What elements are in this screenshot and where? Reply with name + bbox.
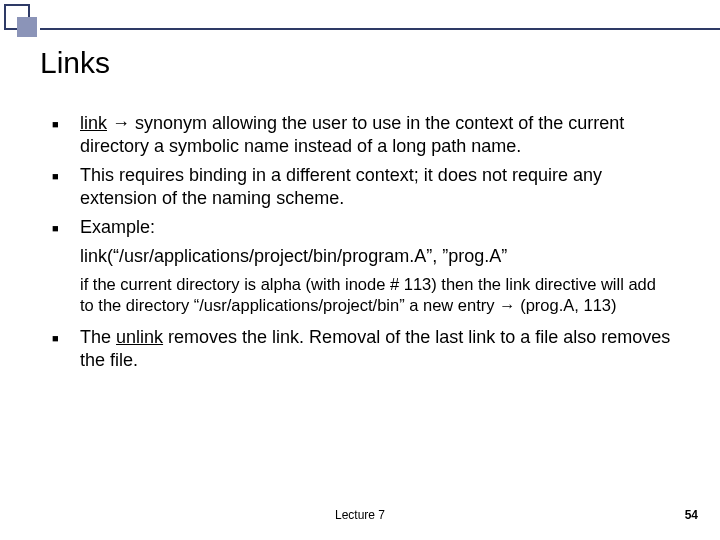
slide-body: ■ link → synonym allowing the user to us… xyxy=(52,112,672,378)
slide-title: Links xyxy=(40,46,110,80)
bullet-text-post: removes the link. Removal of the last li… xyxy=(80,327,670,370)
bullet-text: link → synonym allowing the user to use … xyxy=(80,112,672,158)
bullet-icon: ■ xyxy=(52,326,80,372)
bullet-text-rest: → synonym allowing the user to use in th… xyxy=(80,113,624,156)
code-line: link(“/usr/applications/project/bin/prog… xyxy=(80,245,672,268)
bullet-text-pre: The xyxy=(80,327,116,347)
bullet-text: Example: xyxy=(80,216,672,239)
sub-note: if the current directory is alpha (with … xyxy=(80,274,672,316)
bullet-icon: ■ xyxy=(52,216,80,239)
square-fill-icon xyxy=(17,17,37,37)
link-keyword: link xyxy=(80,113,107,133)
bullet-icon: ■ xyxy=(52,112,80,158)
bullet-item: ■ This requires binding in a different c… xyxy=(52,164,672,210)
footer-page-number: 54 xyxy=(685,508,698,522)
bullet-item: ■ link → synonym allowing the user to us… xyxy=(52,112,672,158)
bullet-item: ■ Example: xyxy=(52,216,672,239)
unlink-keyword: unlink xyxy=(116,327,163,347)
footer-lecture: Lecture 7 xyxy=(0,508,720,522)
bullet-text: The unlink removes the link. Removal of … xyxy=(80,326,672,372)
bullet-icon: ■ xyxy=(52,164,80,210)
bullet-text: This requires binding in a different con… xyxy=(80,164,672,210)
slide: Links ■ link → synonym allowing the user… xyxy=(0,0,720,540)
bullet-item: ■ The unlink removes the link. Removal o… xyxy=(52,326,672,372)
header-rule xyxy=(40,28,720,30)
